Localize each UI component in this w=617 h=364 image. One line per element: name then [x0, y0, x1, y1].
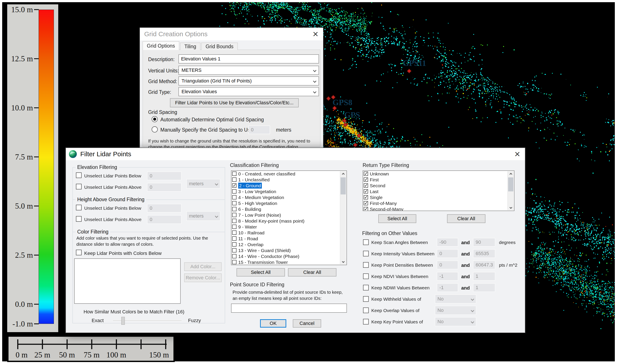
close-icon[interactable]: ×: [510, 149, 525, 159]
item-checkbox[interactable]: [232, 231, 236, 235]
list-item[interactable]: 3 - Low Vegetation: [231, 189, 347, 195]
item-checkbox[interactable]: ✓: [364, 171, 368, 176]
item-checkbox[interactable]: [232, 242, 236, 247]
item-checkbox[interactable]: ✓: [364, 189, 368, 194]
other-value-checkbox[interactable]: [363, 251, 369, 256]
other-value-checkbox[interactable]: [363, 285, 369, 290]
item-checkbox[interactable]: [232, 260, 236, 264]
item-checkbox[interactable]: [232, 254, 236, 258]
other-value-select[interactable]: No: [435, 306, 476, 315]
other-value-from-input[interactable]: 0: [437, 260, 458, 269]
scroll-up-icon[interactable]: [508, 171, 514, 177]
point-source-id-input[interactable]: [231, 304, 347, 313]
return-type-listbox[interactable]: ✓Unknown✓First✓Second✓Last✓Single✓First-…: [363, 170, 514, 211]
item-checkbox[interactable]: [232, 177, 236, 182]
list-item[interactable]: 1 - Unclassified: [231, 177, 347, 183]
item-checkbox[interactable]: [232, 195, 236, 199]
list-item[interactable]: ✓Unknown: [363, 171, 514, 177]
return-type-scrollbar[interactable]: [507, 171, 514, 210]
list-item[interactable]: 14 - Wire - Conductor (Phase): [231, 253, 347, 259]
other-value-checkbox[interactable]: [363, 273, 369, 279]
keep-colors-checkbox[interactable]: [76, 250, 82, 255]
filter-dialog-titlebar[interactable]: Filter Lidar Points ×: [66, 148, 525, 160]
return-type-select-all-button[interactable]: Select All: [378, 214, 416, 223]
hag-filter-checkbox[interactable]: [76, 216, 82, 222]
auto-grid-spacing-radio[interactable]: [152, 116, 158, 122]
scrollbar-thumb[interactable]: [508, 177, 513, 191]
item-checkbox[interactable]: ✓: [364, 177, 368, 182]
item-checkbox[interactable]: [232, 236, 236, 241]
item-checkbox[interactable]: ✓: [364, 183, 368, 188]
other-value-to-input[interactable]: 60647.3: [473, 260, 495, 269]
tab-grid-bounds[interactable]: Grid Bounds: [201, 42, 238, 50]
item-checkbox[interactable]: ✓: [364, 195, 368, 199]
close-icon[interactable]: ×: [308, 29, 323, 39]
classification-clear-all-button[interactable]: Clear All: [288, 268, 336, 276]
list-item[interactable]: 5 - High Vegetation: [231, 200, 347, 206]
item-checkbox[interactable]: ✓: [364, 201, 368, 205]
list-item[interactable]: 11 - Road: [231, 236, 347, 242]
other-value-to-input[interactable]: 90: [473, 238, 495, 247]
list-item[interactable]: 7 - Low Point (Noise): [231, 212, 347, 218]
scroll-up-icon[interactable]: [340, 171, 346, 177]
list-item[interactable]: ✓2 - Ground: [231, 183, 347, 189]
list-item[interactable]: 4 - Medium Vegetation: [231, 195, 347, 200]
classification-listbox[interactable]: 0 - Created, never classified1 - Unclass…: [231, 170, 347, 265]
color-listbox[interactable]: [74, 258, 181, 304]
list-item[interactable]: ✓First-of-Many: [363, 200, 514, 206]
item-checkbox[interactable]: [232, 213, 236, 217]
other-value-to-input[interactable]: 1: [473, 272, 495, 281]
item-checkbox[interactable]: ✓: [232, 183, 236, 188]
other-value-checkbox[interactable]: [363, 308, 369, 313]
remove-color-button[interactable]: Remove Color...: [184, 273, 222, 282]
item-checkbox[interactable]: [232, 224, 236, 229]
add-color-button[interactable]: Add Color...: [184, 262, 222, 271]
hag-filter-input[interactable]: 0: [147, 215, 181, 224]
cancel-button[interactable]: Cancel: [293, 319, 321, 327]
item-checkbox[interactable]: [232, 201, 236, 205]
scrollbar-thumb[interactable]: [341, 177, 346, 195]
tab-grid-options[interactable]: Grid Options: [142, 41, 179, 50]
list-item[interactable]: ✓Second-of-Many: [363, 206, 514, 211]
hag-filter-unit-select[interactable]: meters: [186, 211, 220, 221]
scroll-down-icon[interactable]: [340, 259, 346, 264]
other-value-from-input[interactable]: -90: [437, 238, 458, 247]
other-value-from-input[interactable]: 0: [437, 249, 458, 258]
other-value-from-input[interactable]: -1: [437, 283, 458, 292]
elevation-filter-checkbox[interactable]: [76, 172, 82, 178]
item-checkbox[interactable]: [232, 171, 236, 176]
list-item[interactable]: 0 - Created, never classified: [231, 171, 347, 177]
list-item[interactable]: ✓Last: [363, 189, 514, 195]
elevation-filter-unit-select[interactable]: meters: [186, 179, 220, 189]
other-value-to-input[interactable]: 1: [473, 283, 495, 292]
list-item[interactable]: 8 - Model Key-point (mass point): [231, 218, 347, 224]
other-value-select[interactable]: No: [435, 294, 476, 304]
list-item[interactable]: ✓Single: [363, 195, 514, 200]
elevation-filter-checkbox[interactable]: [76, 184, 82, 189]
item-checkbox[interactable]: [232, 207, 236, 211]
grid-dialog-titlebar[interactable]: Grid Creation Options ×: [140, 28, 323, 40]
filter-lidar-points-button[interactable]: Filter Lidar Points to Use by Elevation/…: [170, 98, 299, 107]
list-item[interactable]: 10 - Railroad: [231, 230, 347, 236]
return-type-clear-all-button[interactable]: Clear All: [447, 214, 486, 223]
item-checkbox[interactable]: ✓: [364, 207, 368, 211]
elevation-filter-input[interactable]: 0: [147, 171, 181, 180]
list-item[interactable]: 9 - Water: [231, 224, 347, 230]
other-value-checkbox[interactable]: [363, 239, 369, 245]
grid-method-select[interactable]: Triangulation (Grid TIN of Points): [179, 76, 319, 86]
list-item[interactable]: 12 - Overlap: [231, 242, 347, 247]
item-checkbox[interactable]: [232, 189, 236, 194]
list-item[interactable]: 15 - Transmission Tower: [231, 259, 347, 265]
list-item[interactable]: 13 - Wire - Guard (Shield): [231, 247, 347, 253]
classification-select-all-button[interactable]: Select All: [236, 268, 285, 276]
other-value-select[interactable]: No: [435, 317, 476, 326]
list-item[interactable]: ✓First: [363, 177, 514, 183]
other-value-to-input[interactable]: 65535: [473, 249, 495, 258]
other-value-checkbox[interactable]: [363, 319, 369, 325]
classification-scrollbar[interactable]: [340, 171, 346, 264]
other-value-from-input[interactable]: -1: [437, 272, 458, 281]
other-value-checkbox[interactable]: [363, 296, 369, 302]
other-value-checkbox[interactable]: [363, 262, 369, 268]
hag-filter-input[interactable]: 0: [147, 204, 181, 213]
description-input[interactable]: [179, 54, 319, 64]
